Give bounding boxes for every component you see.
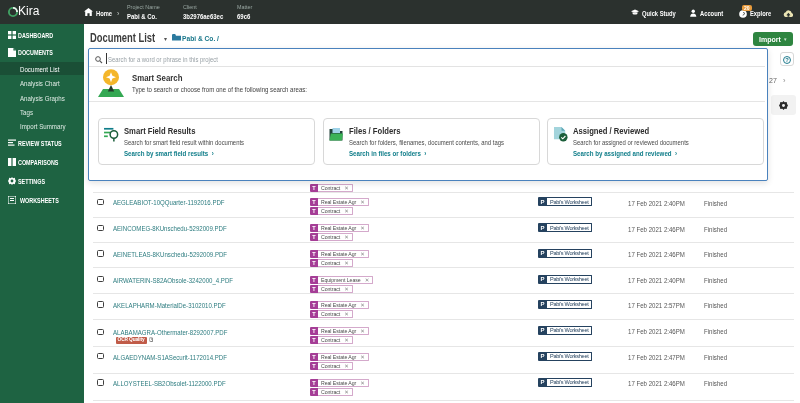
svg-text:?: ?: [785, 57, 789, 63]
